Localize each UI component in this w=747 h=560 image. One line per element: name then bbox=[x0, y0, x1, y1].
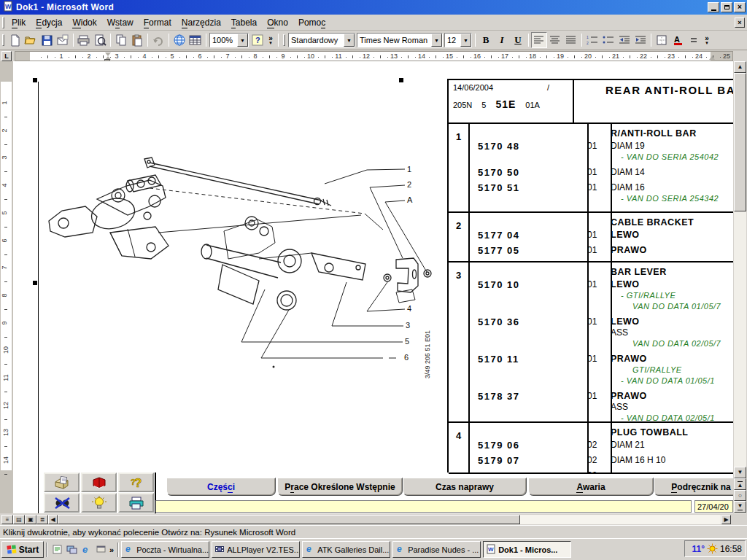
part-number[interactable]: 5170 50 bbox=[468, 167, 587, 178]
quick-launch-show-desktop-icon[interactable] bbox=[94, 543, 107, 556]
font-size-combobox[interactable]: 12▼ bbox=[444, 33, 472, 47]
menu-item-plik[interactable]: Plik bbox=[7, 16, 31, 29]
print-page-button[interactable] bbox=[118, 493, 154, 513]
toolbar-grip[interactable] bbox=[2, 34, 4, 46]
print-preview-button[interactable] bbox=[92, 32, 108, 48]
help-button[interactable]: ? bbox=[249, 32, 266, 48]
numbered-list-button[interactable]: 12 bbox=[584, 32, 600, 48]
quick-launch-desktop-icon[interactable] bbox=[65, 543, 78, 556]
tab-części[interactable]: Części bbox=[166, 478, 276, 496]
menu-item-pomoc[interactable]: Pomoc bbox=[293, 16, 330, 29]
part-number[interactable]: 5170 10 bbox=[468, 279, 587, 312]
horizontal-scrollbar-thumb[interactable] bbox=[58, 515, 520, 524]
taskbar-button-window[interactable]: ALLPlayer V2.TES... bbox=[212, 541, 300, 558]
document-page[interactable]: 12A4356 3/49 205 51 E01 14/06/2004 / 205… bbox=[13, 61, 733, 513]
taskbar-button-active[interactable]: WDok1 - Micros... bbox=[483, 541, 571, 558]
align-center-button[interactable] bbox=[547, 32, 563, 48]
part-number[interactable]: 5170 48 bbox=[468, 141, 587, 163]
menu-grip[interactable] bbox=[2, 17, 4, 28]
font-combobox[interactable]: Times New Roman▼ bbox=[357, 33, 443, 47]
zoom-combobox[interactable]: 100%▼ bbox=[209, 33, 249, 47]
more-buttons-fmt[interactable]: »▼ bbox=[702, 32, 712, 48]
style-dropdown-icon[interactable]: ▼ bbox=[344, 34, 355, 47]
previous-page-button[interactable]: ▲ bbox=[734, 478, 746, 490]
web-layout-view-button[interactable]: ▤ bbox=[13, 515, 25, 524]
panel-date-field[interactable]: 27/04/20 bbox=[694, 500, 733, 513]
increase-indent-button[interactable] bbox=[632, 32, 649, 48]
horizontal-ruler[interactable]: 1234567891011121314151617181920212223242… bbox=[15, 51, 733, 61]
print-button[interactable] bbox=[76, 32, 92, 48]
menu-item-tabela[interactable]: Tabela bbox=[226, 16, 262, 29]
undo-button[interactable] bbox=[150, 32, 166, 48]
horizontal-scrollbar-track[interactable] bbox=[58, 515, 721, 524]
part-number[interactable] bbox=[468, 427, 587, 438]
selection-handle-middle-left[interactable] bbox=[33, 281, 37, 285]
part-number[interactable]: 5179 06 bbox=[468, 440, 587, 451]
print-layout-view-button[interactable]: ▣ bbox=[25, 515, 36, 524]
quick-launch-ie-icon[interactable]: e bbox=[80, 543, 93, 556]
vertical-scrollbar[interactable]: ▲ ▼ ▲ ○ ▼ bbox=[734, 61, 746, 513]
taskbar-button-window[interactable]: eATK Galleries Dail... bbox=[302, 541, 390, 558]
part-number[interactable]: 5179 14 bbox=[468, 470, 587, 472]
part-number[interactable]: 5170 36 bbox=[468, 316, 587, 349]
font-size-dropdown-icon[interactable]: ▼ bbox=[460, 34, 471, 47]
font-color-button[interactable]: A bbox=[670, 32, 686, 48]
minimize-button[interactable] bbox=[708, 2, 719, 12]
bullet-list-button[interactable] bbox=[600, 32, 616, 48]
sun-icon[interactable] bbox=[707, 543, 718, 554]
tab-czas-naprawy[interactable]: Czas naprawy bbox=[403, 478, 527, 496]
outline-view-button[interactable]: ≣ bbox=[36, 515, 48, 524]
menu-item-edycja[interactable]: Edycja bbox=[31, 16, 67, 29]
tab-alignment-selector[interactable]: L bbox=[1, 51, 12, 61]
mail-button[interactable] bbox=[55, 32, 71, 48]
close-button[interactable]: × bbox=[734, 2, 746, 12]
vertical-ruler[interactable]: 1234567891011121314 bbox=[0, 61, 13, 513]
tab-podręcznik-na[interactable]: Podręcznik na bbox=[654, 478, 733, 496]
scroll-up-icon[interactable]: ▲ bbox=[734, 61, 746, 73]
formatting-toolbar-grip[interactable] bbox=[283, 34, 285, 46]
decrease-indent-button[interactable] bbox=[616, 32, 632, 48]
part-number[interactable]: 5178 37 bbox=[468, 391, 587, 421]
next-page-button[interactable]: ▼ bbox=[734, 501, 746, 513]
font-dropdown-icon[interactable]: ▼ bbox=[431, 34, 442, 47]
select-browse-object-button[interactable]: ○ bbox=[734, 490, 746, 501]
quick-launch-more-icon[interactable]: » bbox=[109, 545, 114, 554]
menu-item-format[interactable]: Format bbox=[139, 16, 177, 29]
web-globe-button[interactable] bbox=[171, 32, 187, 48]
menu-item-wstaw[interactable]: Wstaw bbox=[102, 16, 139, 29]
part-number[interactable] bbox=[468, 267, 587, 278]
selection-handle-top-left[interactable] bbox=[33, 78, 37, 82]
start-button[interactable]: Start bbox=[1, 541, 44, 558]
clock[interactable]: 16:58 bbox=[720, 544, 742, 554]
align-justify-button[interactable] bbox=[563, 32, 579, 48]
manual-book-button[interactable] bbox=[81, 472, 117, 492]
paste-button[interactable] bbox=[129, 32, 145, 48]
italic-button[interactable]: I bbox=[494, 32, 510, 48]
underline-button[interactable]: U bbox=[510, 32, 526, 48]
save-button[interactable] bbox=[39, 32, 55, 48]
part-number[interactable]: 5179 07 bbox=[468, 455, 587, 466]
style-combobox[interactable]: Standardowy▼ bbox=[288, 33, 355, 47]
part-number[interactable] bbox=[468, 128, 587, 139]
taskbar-button-window[interactable]: ePoczta - Wirtualna... bbox=[121, 541, 209, 558]
part-number[interactable]: 5170 51 bbox=[468, 182, 587, 204]
bold-button[interactable]: B bbox=[478, 32, 494, 48]
part-number[interactable]: 5170 11 bbox=[468, 354, 587, 386]
right-indent-marker[interactable] bbox=[709, 56, 715, 60]
open-button[interactable] bbox=[23, 32, 39, 48]
insert-table-button[interactable] bbox=[187, 32, 204, 48]
document-close-button[interactable]: × bbox=[735, 18, 745, 28]
part-number[interactable]: 5177 05 bbox=[468, 245, 587, 256]
menu-item-widok[interactable]: Widok bbox=[67, 16, 101, 29]
tips-button[interactable] bbox=[81, 493, 117, 513]
quick-launch-notes-icon[interactable] bbox=[50, 543, 63, 556]
menu-item-narzędzia[interactable]: Narzędzia bbox=[177, 16, 226, 29]
highlight-lines-button[interactable] bbox=[686, 32, 702, 48]
search-disabled-button[interactable] bbox=[44, 493, 80, 513]
help-question-button[interactable]: ?? bbox=[118, 472, 154, 492]
restore-button[interactable] bbox=[721, 2, 732, 12]
align-left-button[interactable] bbox=[531, 32, 547, 48]
vertical-scrollbar-thumb[interactable] bbox=[734, 73, 746, 211]
tab-awaria[interactable]: Awaria bbox=[528, 478, 654, 496]
part-number[interactable] bbox=[468, 217, 587, 228]
